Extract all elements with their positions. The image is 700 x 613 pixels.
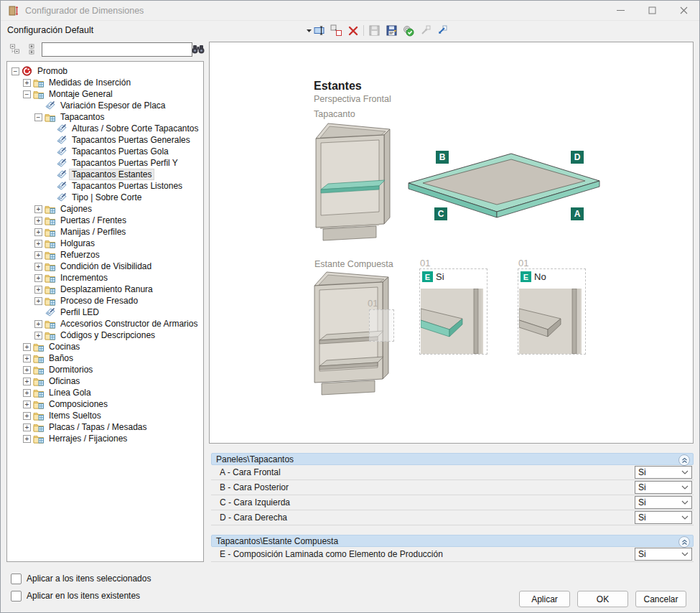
apply-checkbox-2[interactable]: Aplicar en los itens existentes	[11, 587, 151, 604]
tag-icon	[56, 135, 68, 145]
apply-checkbox-1[interactable]: Aplicar a los itens seleccionados	[11, 570, 151, 587]
collapse-all-icon[interactable]	[9, 43, 22, 56]
chevron-down-icon	[681, 485, 689, 490]
tree-item-tapacantos-estantes[interactable]: Tapacantos Estantes	[7, 169, 203, 180]
tree-item-tapacantos-puertas-generales[interactable]: Tapacantos Puertas Generales	[7, 134, 203, 146]
tree-item-herrajes-fijaciones[interactable]: +Herrajes / Fijaciones	[7, 433, 203, 444]
tree-item-variación-espesor-de-placa[interactable]: Variación Espesor de Placa	[7, 100, 203, 111]
property-value-dropdown[interactable]: Si	[635, 466, 692, 479]
tree-item-códigos-y-descripciones[interactable]: +Códigos y Descripciones	[7, 329, 203, 341]
tree-item-label: Proceso de Fresado	[58, 296, 140, 306]
tree-item-oficinas[interactable]: +Oficinas	[7, 375, 203, 387]
tree-item-cajones[interactable]: +Cajones	[7, 203, 203, 215]
tree-item-refuerzos[interactable]: +Refuerzos	[7, 249, 203, 261]
tree-item-items-sueltos[interactable]: +Items Sueltos	[7, 410, 203, 421]
tree-search-input[interactable]	[42, 42, 192, 57]
tree-item-medidas-de-inserción[interactable]: +Medidas de Inserción	[7, 77, 203, 88]
tree-item-holguras[interactable]: +Holguras	[7, 238, 203, 249]
configuration-name-combobox[interactable]: Configuración Default	[7, 25, 93, 35]
checkbox-box[interactable]	[11, 574, 22, 584]
collapse-toggle[interactable]: −	[23, 90, 31, 98]
tree-item-tipo-sobre-corte[interactable]: Tipo | Sobre Corte	[7, 192, 203, 203]
tag-icon	[56, 158, 68, 168]
expand-toggle[interactable]: +	[34, 320, 42, 328]
tree-item-cocinas[interactable]: +Cocinas	[7, 341, 203, 352]
expand-toggle[interactable]: +	[34, 217, 42, 225]
expand-toggle[interactable]: +	[34, 240, 42, 248]
checkbox-box[interactable]	[11, 591, 22, 602]
chevron-down-icon	[681, 552, 689, 556]
expand-toggle[interactable]: +	[34, 228, 42, 236]
tree-item-accesorios-constructor-de-armarios[interactable]: +Accesorios Constructor de Armarios	[7, 318, 203, 329]
collapse-toggle[interactable]: −	[34, 113, 42, 121]
tree-item-label: Composiciones	[47, 399, 110, 409]
tree-item-puertas-frentes[interactable]: +Puertas / Frentes	[7, 215, 203, 226]
expand-toggle[interactable]: +	[34, 286, 42, 294]
tree-item-dormitorios[interactable]: +Dormitorios	[7, 364, 203, 375]
tree-item-promob[interactable]: −Promob	[7, 65, 203, 77]
chevron-down-icon	[681, 470, 689, 474]
property-value-dropdown[interactable]: Si	[635, 548, 692, 561]
tree-item-placas-tapas-mesadas[interactable]: +Placas / Tapas / Mesadas	[7, 421, 203, 433]
expand-toggle[interactable]: +	[23, 378, 31, 385]
expand-toggle[interactable]: +	[34, 297, 42, 305]
expand-all-icon[interactable]	[25, 43, 38, 56]
tree-item-tapacantos-puertas-listones[interactable]: Tapacantos Puertas Listones	[7, 180, 203, 192]
minimize-button[interactable]	[605, 1, 636, 20]
tree-item-proceso-de-fresado[interactable]: +Proceso de Fresado	[7, 295, 203, 306]
folder-icon	[45, 273, 57, 283]
expand-toggle[interactable]: +	[34, 251, 42, 259]
folder-icon	[33, 376, 45, 386]
binoculars-search-icon[interactable]	[191, 43, 205, 55]
expand-toggle[interactable]: +	[23, 355, 31, 362]
expand-toggle[interactable]: +	[23, 366, 31, 374]
rename-icon[interactable]	[314, 24, 326, 37]
tree-item-baños[interactable]: +Baños	[7, 352, 203, 364]
expand-toggle[interactable]: +	[23, 435, 31, 443]
maximize-button[interactable]	[636, 1, 668, 20]
folder-icon	[33, 78, 45, 88]
expand-toggle[interactable]: +	[34, 274, 42, 282]
tree-item-alturas-sobre-corte-tapacantos[interactable]: Alturas / Sobre Corte Tapacantos	[7, 123, 203, 134]
export-arrow-icon[interactable]	[436, 24, 448, 37]
expand-toggle[interactable]: +	[23, 412, 31, 420]
tree-item-incrementos[interactable]: +Incrementos	[7, 272, 203, 284]
apply-check-icon[interactable]	[402, 24, 414, 37]
expand-toggle[interactable]: +	[23, 389, 31, 397]
collapse-panel-button[interactable]	[678, 454, 690, 466]
property-value-dropdown[interactable]: Si	[635, 496, 692, 509]
save-as-icon[interactable]	[386, 24, 398, 37]
collapse-panel-button[interactable]	[678, 536, 690, 548]
cancelar-button[interactable]: Cancelar	[635, 591, 686, 607]
folder-icon	[45, 284, 57, 294]
tree-item-línea-gola[interactable]: +Línea Gola	[7, 387, 203, 398]
delete-icon[interactable]	[347, 24, 359, 37]
property-value-dropdown[interactable]: Si	[635, 511, 692, 524]
collapse-toggle[interactable]: −	[11, 67, 19, 75]
tree-item-desplazamiento-ranura[interactable]: +Desplazamiento Ranura	[7, 284, 203, 295]
expand-toggle[interactable]: +	[34, 263, 42, 271]
tree-item-manijas-perfiles[interactable]: +Manijas / Perfiles	[7, 226, 203, 238]
tree-item-composiciones[interactable]: +Composiciones	[7, 398, 203, 410]
tree-item-condición-de-visibilidad[interactable]: +Condición de Visibilidad	[7, 261, 203, 272]
tree-item-tapacantos[interactable]: −Tapacantos	[7, 111, 203, 123]
close-button[interactable]	[668, 1, 699, 20]
property-row: C - Cara IzquierdaSi	[211, 495, 694, 510]
expand-toggle[interactable]: +	[23, 424, 31, 431]
tree-item-tapacantos-puertas-gola[interactable]: Tapacantos Puertas Gola	[7, 146, 203, 157]
ok-button[interactable]: OK	[577, 591, 628, 607]
tag-icon	[45, 307, 57, 317]
expand-toggle[interactable]: +	[34, 332, 42, 340]
dropdown-selected-value: Si	[638, 467, 646, 477]
expand-toggle[interactable]: +	[23, 343, 31, 351]
apply-options: Aplicar a los itens seleccionadosAplicar…	[11, 570, 151, 604]
expand-toggle[interactable]: +	[34, 205, 42, 213]
tree-item-montaje-general[interactable]: −Montaje General	[7, 88, 203, 100]
expand-toggle[interactable]: +	[23, 79, 31, 87]
tree-item-perfil-led[interactable]: Perfil LED	[7, 306, 203, 318]
duplicate-config-icon[interactable]	[330, 24, 342, 37]
aplicar-button[interactable]: Aplicar	[519, 591, 570, 607]
property-value-dropdown[interactable]: Si	[635, 481, 692, 494]
expand-toggle[interactable]: +	[23, 401, 31, 408]
tree-item-tapacantos-puertas-perfil-y[interactable]: Tapacantos Puertas Perfil Y	[7, 157, 203, 169]
